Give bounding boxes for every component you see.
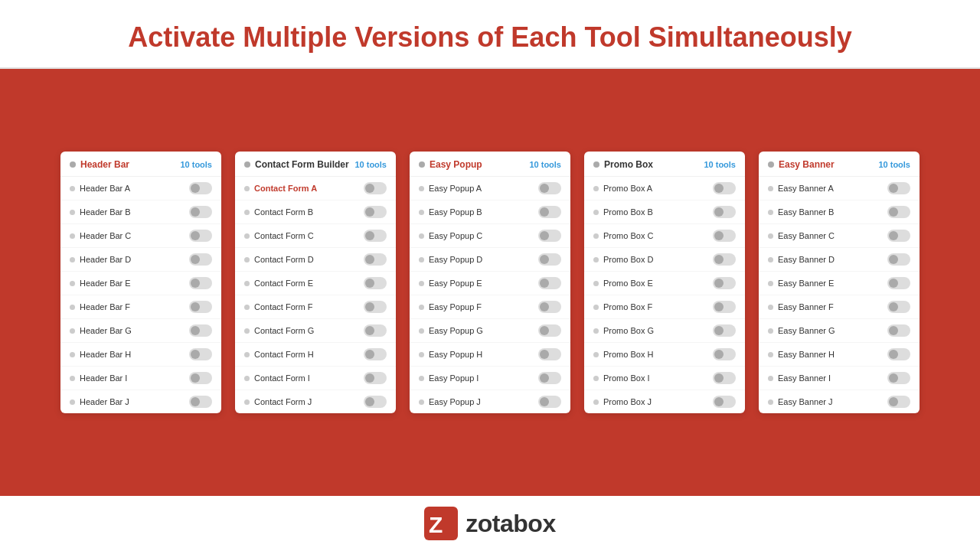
- item-label: Header Bar C: [80, 231, 131, 240]
- item-dot-icon: [244, 281, 250, 286]
- toggle-switch[interactable]: [887, 396, 910, 408]
- toggle-switch[interactable]: [189, 372, 212, 384]
- item-label: Easy Popup E: [429, 279, 482, 288]
- list-item: Promo Box B: [584, 201, 745, 224]
- toggle-switch[interactable]: [538, 277, 561, 289]
- card-title-easy-popup: Easy Popup: [430, 159, 482, 170]
- toggle-switch[interactable]: [364, 230, 387, 242]
- list-item: Header Bar I: [60, 367, 221, 390]
- item-label: Easy Popup C: [429, 231, 482, 240]
- list-item: Easy Banner J: [759, 390, 920, 413]
- toggle-switch[interactable]: [364, 372, 387, 384]
- toggle-switch[interactable]: [189, 348, 212, 360]
- toggle-switch[interactable]: [538, 206, 561, 218]
- toggle-switch[interactable]: [887, 372, 910, 384]
- item-dot-icon: [419, 399, 424, 405]
- toggle-switch[interactable]: [538, 253, 561, 266]
- toggle-switch[interactable]: [887, 206, 910, 218]
- toggle-switch[interactable]: [364, 324, 387, 337]
- card-dot-easy-banner: [768, 161, 774, 168]
- item-label: Contact Form F: [254, 302, 312, 311]
- toggle-switch[interactable]: [538, 324, 561, 337]
- toggle-switch[interactable]: [538, 301, 561, 313]
- item-dot-icon: [419, 210, 424, 215]
- item-label: Easy Banner J: [778, 397, 833, 406]
- toggle-switch[interactable]: [189, 230, 212, 242]
- item-label: Contact Form J: [254, 397, 312, 406]
- toggle-switch[interactable]: [713, 182, 736, 194]
- card-easy-banner: Easy Banner10 toolsEasy Banner AEasy Ban…: [759, 152, 920, 413]
- toggle-switch[interactable]: [713, 396, 736, 408]
- toggle-switch[interactable]: [713, 230, 736, 242]
- toggle-switch[interactable]: [538, 396, 561, 408]
- toggle-switch[interactable]: [364, 253, 387, 266]
- item-label: Contact Form D: [254, 255, 314, 264]
- item-dot-icon: [244, 210, 250, 215]
- card-items-easy-banner: Easy Banner AEasy Banner BEasy Banner CE…: [759, 177, 920, 413]
- svg-text:Z: Z: [429, 512, 443, 537]
- list-item: Easy Banner F: [759, 295, 920, 319]
- toggle-switch[interactable]: [538, 182, 561, 194]
- toggle-switch[interactable]: [364, 182, 387, 194]
- toggle-switch[interactable]: [189, 182, 212, 194]
- toggle-switch[interactable]: [189, 206, 212, 218]
- list-item: Contact Form I: [235, 367, 396, 390]
- card-title-promo-box: Promo Box: [604, 159, 653, 170]
- card-header-left-promo-box: Promo Box: [593, 159, 653, 170]
- toggle-switch[interactable]: [887, 253, 910, 266]
- toggle-switch[interactable]: [713, 324, 736, 337]
- item-dot-icon: [768, 186, 773, 191]
- toggle-switch[interactable]: [887, 348, 910, 360]
- toggle-switch[interactable]: [713, 301, 736, 313]
- list-item: Header Bar E: [60, 272, 221, 295]
- brand-name: zotabox: [466, 510, 555, 538]
- item-dot-icon: [70, 281, 75, 286]
- toggle-switch[interactable]: [887, 301, 910, 313]
- toggle-switch[interactable]: [189, 277, 212, 289]
- item-dot-icon: [768, 257, 773, 262]
- footer-section: Z zotabox: [0, 496, 980, 551]
- item-label: Header Bar E: [80, 279, 131, 288]
- card-header-easy-popup: Easy Popup10 tools: [410, 152, 570, 177]
- toggle-switch[interactable]: [538, 230, 561, 242]
- item-dot-icon: [419, 233, 424, 239]
- toggle-switch[interactable]: [189, 324, 212, 337]
- toggle-switch[interactable]: [364, 206, 387, 218]
- toggle-switch[interactable]: [364, 348, 387, 360]
- toggle-switch[interactable]: [887, 230, 910, 242]
- item-label: Header Bar A: [80, 184, 130, 193]
- toggle-switch[interactable]: [887, 182, 910, 194]
- list-item: Easy Popup I: [410, 367, 570, 390]
- toggle-switch[interactable]: [364, 277, 387, 289]
- toggle-switch[interactable]: [713, 253, 736, 266]
- list-item: Promo Box I: [584, 367, 745, 390]
- item-dot-icon: [419, 328, 424, 334]
- toggle-switch[interactable]: [189, 301, 212, 313]
- cards-container: Header Bar10 toolsHeader Bar AHeader Bar…: [60, 152, 920, 413]
- item-label: Contact Form B: [254, 207, 313, 217]
- list-item: Header Bar G: [60, 319, 221, 343]
- toggle-switch[interactable]: [713, 277, 736, 289]
- toggle-switch[interactable]: [538, 372, 561, 384]
- card-title-easy-banner: Easy Banner: [779, 159, 835, 170]
- tools-badge-promo-box: 10 tools: [704, 160, 736, 169]
- toggle-switch[interactable]: [887, 324, 910, 337]
- toggle-switch[interactable]: [189, 396, 212, 408]
- toggle-switch[interactable]: [887, 277, 910, 289]
- toggle-switch[interactable]: [189, 253, 212, 266]
- toggle-switch[interactable]: [713, 348, 736, 360]
- toggle-switch[interactable]: [713, 206, 736, 218]
- item-label: Easy Popup G: [429, 326, 483, 335]
- card-title-contact-form: Contact Form Builder: [255, 159, 349, 170]
- toggle-switch[interactable]: [364, 301, 387, 313]
- list-item: Header Bar A: [60, 177, 221, 201]
- list-item: Easy Popup G: [410, 319, 570, 343]
- toggle-switch[interactable]: [538, 348, 561, 360]
- list-item: Easy Popup F: [410, 295, 570, 319]
- toggle-switch[interactable]: [364, 396, 387, 408]
- list-item: Promo Box F: [584, 295, 745, 319]
- item-label: Promo Box A: [603, 184, 652, 193]
- toggle-switch[interactable]: [713, 372, 736, 384]
- list-item: Contact Form G: [235, 319, 396, 343]
- item-dot-icon: [593, 210, 599, 215]
